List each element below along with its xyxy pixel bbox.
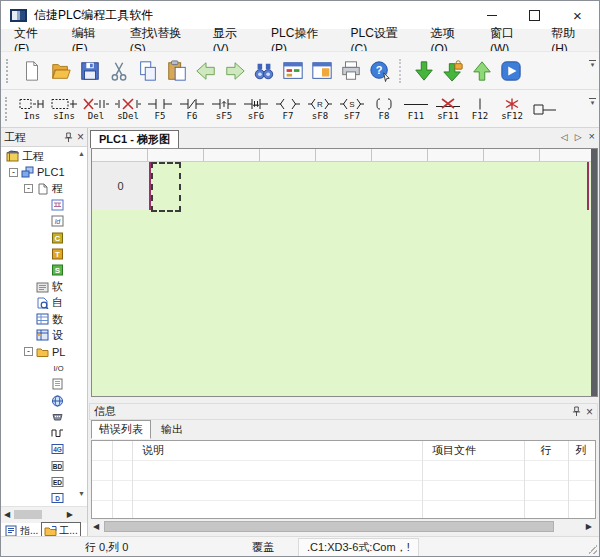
contact-closed-button[interactable]: F6 <box>176 97 208 121</box>
tree-item-ed-module[interactable]: ED <box>1 474 87 490</box>
function-block-button[interactable]: F8 <box>368 97 400 121</box>
column-header <box>92 441 112 460</box>
save-button[interactable] <box>75 56 104 85</box>
soft-element-monitor-button[interactable] <box>278 56 307 85</box>
info-tab-2[interactable]: 输出 <box>153 420 191 439</box>
svg-text:D: D <box>55 495 60 502</box>
vertical-line-button[interactable]: F12 <box>464 97 496 121</box>
toolbar-button-label: sF8 <box>312 111 328 121</box>
coil-reset-button[interactable]: RsF8 <box>304 97 336 121</box>
tree-item-instruction-list[interactable]: ld <box>1 213 87 229</box>
ladder-cursor[interactable] <box>151 162 181 212</box>
scroll-right-icon[interactable]: ▶ <box>586 522 592 531</box>
info-tab-1[interactable]: 错误列表 <box>91 420 151 439</box>
help-button[interactable]: ? <box>365 56 394 85</box>
tab-plc1-ladder[interactable]: PLC1 - 梯形图 <box>90 130 179 148</box>
tab-scroll-left-icon[interactable]: ◁ <box>561 132 568 142</box>
toolbar-overflow-button[interactable] <box>587 60 598 68</box>
vertical-line-delete-button[interactable]: sF12 <box>496 97 528 121</box>
navigate-back-button[interactable] <box>191 56 220 85</box>
contact-open-button[interactable]: F5 <box>144 97 176 121</box>
scroll-left-icon[interactable]: ◀ <box>93 522 99 531</box>
ladder-vertical-scrollbar[interactable] <box>591 149 597 396</box>
tree-item-globe[interactable] <box>1 392 87 408</box>
tree-item-d-module[interactable]: D <box>1 490 87 506</box>
find-button[interactable] <box>249 56 278 85</box>
contact-falling-button[interactable]: sF6 <box>240 97 272 121</box>
panel-close-icon[interactable]: × <box>77 131 84 143</box>
tree-item-gbox-module[interactable]: 4G <box>1 441 87 457</box>
open-file-icon <box>50 60 72 82</box>
expander-minus-icon[interactable]: - <box>9 168 18 177</box>
tree-item-bd-module[interactable]: BD <box>1 458 87 474</box>
tree-item-letter-s[interactable]: S <box>1 262 87 278</box>
pin-icon[interactable] <box>64 132 73 143</box>
panel-close-icon[interactable]: × <box>586 406 593 418</box>
paste-button[interactable] <box>162 56 191 85</box>
expander-minus-icon[interactable]: - <box>24 347 33 356</box>
ladder-editor[interactable]: 0 <box>91 148 598 397</box>
insert-node-button[interactable]: Ins <box>16 97 48 121</box>
scroll-left-icon[interactable]: ◀ <box>4 510 10 519</box>
tree-item-project-book[interactable]: 工程 <box>1 148 87 164</box>
toolbar-grip[interactable] <box>6 59 12 83</box>
contact-rising-button[interactable]: sF5 <box>208 97 240 121</box>
new-file-button[interactable] <box>17 56 46 85</box>
download-program-secure-button[interactable] <box>438 56 467 85</box>
cursor-position: 行 0,列 0 <box>85 540 128 555</box>
tab-scroll-right-icon[interactable]: ▷ <box>575 132 582 142</box>
cut-button[interactable] <box>104 56 133 85</box>
upload-program-button[interactable] <box>467 56 496 85</box>
tree-item-serial-plug[interactable] <box>1 409 87 425</box>
tree-item-pulse-wave[interactable] <box>1 425 87 441</box>
tree-item-plc-blocks[interactable]: -PLC1 <box>1 164 87 180</box>
tab-close-icon[interactable]: × <box>589 131 595 142</box>
project-horizontal-scrollbar[interactable]: ◀ ▶ <box>1 506 87 523</box>
print-button[interactable] <box>336 56 365 85</box>
pulse-wave-icon <box>51 427 64 439</box>
toolbar-button-label: F12 <box>472 111 488 121</box>
copy-button[interactable] <box>133 56 162 85</box>
download-program-button[interactable] <box>409 56 438 85</box>
tree-scroll-down-icon[interactable]: ▼ <box>78 490 85 497</box>
horizontal-line-button[interactable]: F11 <box>400 97 432 121</box>
toolbar-button-label: sF11 <box>437 111 459 121</box>
bd-module-icon: BD <box>51 460 64 472</box>
tree-item-document[interactable]: -程 <box>1 181 87 197</box>
horizontal-line-delete-button[interactable]: sF11 <box>432 97 464 121</box>
delete-row-button[interactable]: sDel <box>112 97 144 121</box>
coil-out-button[interactable]: F7 <box>272 97 304 121</box>
scrollbar-thumb[interactable] <box>104 521 554 532</box>
vertical-line-delete-icon <box>498 97 526 111</box>
insert-row-button[interactable]: sIns <box>48 97 80 121</box>
scrollbar-thumb[interactable] <box>14 510 42 519</box>
output-window-button[interactable] <box>307 56 336 85</box>
tree-scroll-up-icon[interactable]: ▲ <box>78 150 85 157</box>
expander-minus-icon[interactable]: - <box>24 184 33 193</box>
tree-item-page[interactable] <box>1 376 87 392</box>
tree-item-data-monitor[interactable]: 数 <box>1 311 87 327</box>
run-plc-button[interactable] <box>496 56 525 85</box>
toolbar-button-label: sDel <box>117 111 139 121</box>
main-area: 工程 × 工程-PLC1-程ldCTS软自数设-PLI/O4GBDEDD ▲ ▼… <box>1 128 599 540</box>
navigate-forward-button[interactable] <box>220 56 249 85</box>
tree-item-free-monitor[interactable]: 自 <box>1 295 87 311</box>
scroll-right-icon[interactable]: ▶ <box>67 510 73 519</box>
coil-set-button[interactable]: SsF7 <box>336 97 368 121</box>
tree-item-initial-values[interactable]: 设 <box>1 327 87 343</box>
tree-item-comment-list[interactable]: 软 <box>1 278 87 294</box>
tree-item-letter-t[interactable]: T <box>1 246 87 262</box>
block-insert-button[interactable] <box>528 102 560 116</box>
delete-node-button[interactable]: Del <box>80 97 112 121</box>
editor-area: PLC1 - 梯形图 ◁ ▷ × 0 信息 <box>89 128 599 540</box>
resize-grip[interactable] <box>588 545 597 554</box>
info-horizontal-scrollbar[interactable]: ◀ ▶ <box>91 520 594 534</box>
tree-item-ladder-chart[interactable] <box>1 197 87 213</box>
tree-item-folder[interactable]: -PL <box>1 344 87 360</box>
toolbar-overflow-button[interactable] <box>587 98 598 106</box>
tree-item-io-config[interactable]: I/O <box>1 360 87 376</box>
tree-item-letter-c[interactable]: C <box>1 229 87 245</box>
toolbar-grip[interactable] <box>5 97 11 121</box>
pin-icon[interactable] <box>572 406 581 417</box>
open-file-button[interactable] <box>46 56 75 85</box>
